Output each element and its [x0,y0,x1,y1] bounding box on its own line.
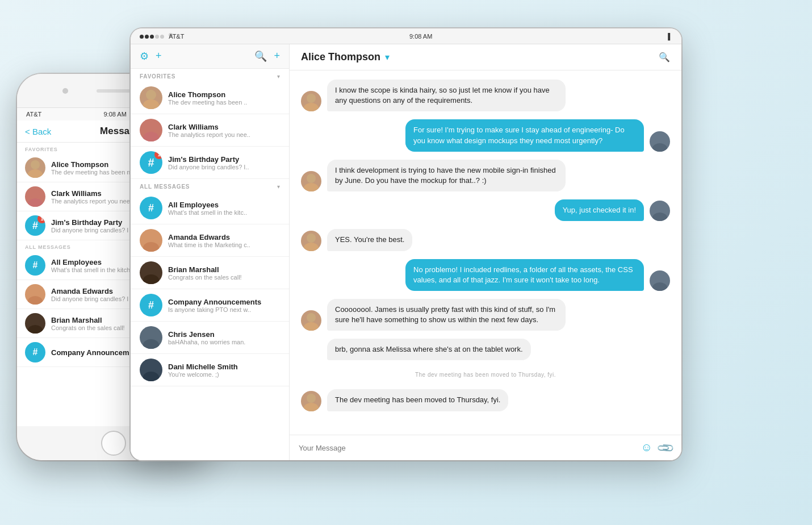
tablet-contact-brian[interactable]: Brian Marshall Congrats on the sales cal… [131,257,289,289]
phone-avatar-all: # [25,255,45,276]
tablet-contact-preview-amanda: What time is the Marketing c.. [168,241,280,248]
tablet-contact-name-company: Company Announcements [168,298,280,306]
tablet-chat-panel: Alice Thompson ▾ 🔍 I know the scope is k… [290,44,681,460]
svg-point-10 [146,122,156,132]
svg-point-20 [307,94,316,103]
message-avatar-user [650,201,670,221]
add-icon[interactable]: + [274,50,280,63]
phone-back-button[interactable]: < Back [25,127,51,136]
tablet-contact-clark[interactable]: Clark Williams The analytics report you … [131,114,289,147]
message-row: No problemo! I included redlines, a fold… [301,259,670,291]
tablet-device: AT&T 9:08 AM ▌ ⚙ + 🔍 + FAVORITES ▾ [131,28,681,460]
message-avatar [301,91,321,111]
tablet-contact-all-employees[interactable]: # All Employees What's that smell in the… [131,192,289,224]
tablet-all-messages-label: ALL MESSAGES [140,184,190,190]
compose-icon[interactable]: + [156,50,162,63]
tablet-contact-name-alice: Alice Thompson [168,90,280,99]
phone-avatar-clark [25,186,45,207]
chat-header-left: Alice Thompson ▾ [301,51,390,63]
svg-point-21 [304,103,319,111]
tablet-sidebar: ⚙ + 🔍 + FAVORITES ▾ A [131,44,290,460]
tablet-contact-dani[interactable]: Dani Michelle Smith You're welcome. ;) [131,354,289,386]
tablet-battery: ▌ [668,33,672,40]
tablet-contact-info-jim: Jim's Birthday Party Did anyone bring ca… [168,155,280,170]
tablet-contact-jim[interactable]: # 1 Jim's Birthday Party Did anyone brin… [131,147,289,179]
phone-speaker [97,89,131,93]
svg-point-13 [143,242,159,252]
tablet-contact-alice[interactable]: Alice Thompson The dev meeting has been … [131,82,289,114]
message-avatar [301,171,321,191]
svg-point-4 [31,287,40,296]
tablet-avatar-clark [140,119,162,141]
chat-message-input[interactable] [299,444,635,452]
phone-badge-jim: 1 [37,215,45,223]
tablet-contact-preview-brian: Congrats on the sales call! [168,274,280,281]
message-bubble: Coooooool. James is usually pretty fast … [327,299,566,331]
phone-favorites-label: FAVORITES [25,147,58,152]
message-row: For sure! I'm trying to make sure I stay… [301,119,670,151]
tablet-contact-name-clark: Clark Williams [168,123,280,131]
tablet-contact-preview-chris: baHAhaha, no worries man. [168,339,280,345]
phone-camera [62,88,68,94]
chat-header: Alice Thompson ▾ 🔍 [290,44,681,70]
gear-icon[interactable]: ⚙ [140,50,149,63]
chat-dropdown-icon[interactable]: ▾ [385,52,390,63]
tablet-contact-preview-company: Is anyone taking PTO next w.. [168,306,280,313]
svg-point-19 [143,372,159,381]
svg-point-7 [28,325,43,334]
svg-point-26 [655,203,664,213]
favorites-collapse-icon[interactable]: ▾ [277,73,280,80]
svg-point-6 [31,316,40,325]
tablet-carrier: AT&T [169,33,173,37]
svg-point-17 [143,339,159,349]
message-bubble-sent: No problemo! I included redlines, a fold… [405,259,644,291]
phone-avatar-alice [25,157,45,178]
message-avatar-user [650,270,670,291]
phone-all-messages-label: ALL MESSAGES [25,244,70,250]
emoji-icon[interactable]: ☺ [641,441,652,455]
tablet-avatar-brian [140,261,162,284]
tablet-contact-preview-clark: The analytics report you nee.. [168,131,280,138]
tablet-contact-name-brian: Brian Marshall [168,265,280,274]
phone-avatar-brian [25,313,45,334]
all-messages-collapse-icon[interactable]: ▾ [277,184,280,190]
tablet-time: 9:08 AM [409,33,432,40]
message-avatar [301,391,321,411]
tablet-sidebar-icons-left: ⚙ + [140,50,162,63]
message-avatar-user [650,131,670,152]
tablet-contact-chris[interactable]: Chris Jensen baHAhaha, no worries man. [131,322,289,354]
svg-point-2 [31,189,40,198]
svg-point-8 [146,90,156,100]
tablet-contact-amanda[interactable]: Amanda Edwards What time is the Marketin… [131,224,289,257]
tablet-contact-preview-all: What's that smell in the kitc.. [168,209,280,216]
phone-home-button[interactable] [101,431,126,456]
search-icon[interactable]: 🔍 [254,50,267,63]
tablet-avatar-amanda [140,229,162,252]
date-divider: The dev meeting has been moved to Thursd… [301,372,670,378]
message-row: The dev meeting has been moved to Thursd… [301,389,670,411]
svg-point-34 [307,394,316,403]
tablet-favorites-header: FAVORITES ▾ [131,69,289,82]
tablet-avatar-chris [140,326,162,349]
svg-point-0 [31,160,40,169]
phone-time: 9:08 AM [103,111,126,118]
tablet-avatar-alice [140,86,162,109]
tablet-contact-name-all: All Employees [168,201,280,209]
attach-icon[interactable]: 📎 [655,438,675,458]
svg-point-14 [146,265,156,275]
chat-search-icon[interactable]: 🔍 [659,52,670,63]
tablet-contact-list: FAVORITES ▾ Alice Thompson The dev meeti… [131,69,289,386]
message-row: YES. You're the best. [301,229,670,251]
message-bubble: I know the scope is kinda hairy, so so j… [327,80,566,111]
chat-messages: I know the scope is kinda hairy, so so j… [290,70,681,435]
tablet-avatar-all: # [140,197,162,219]
tablet-badge-jim: 1 [154,151,162,159]
tablet-contact-preview-dani: You're welcome. ;) [168,371,280,378]
tablet-contact-preview-jim: Did anyone bring candles? I.. [168,164,280,170]
svg-point-22 [655,134,664,143]
tablet-contact-info-dani: Dani Michelle Smith You're welcome. ;) [168,363,280,378]
tablet-contact-company[interactable]: # Company Announcements Is anyone taking… [131,289,289,322]
tablet-contact-name-jim: Jim's Birthday Party [168,155,280,164]
svg-point-11 [143,132,159,141]
message-avatar [301,231,321,251]
